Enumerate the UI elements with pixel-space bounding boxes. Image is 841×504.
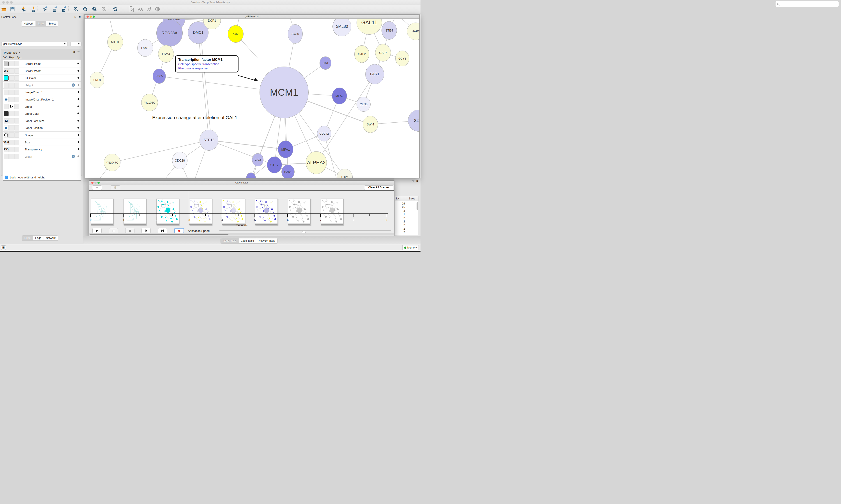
- network-node-ste2[interactable]: STE2: [267, 157, 282, 173]
- property-row-label-font-size[interactable]: 12Label Font Size: [3, 118, 80, 125]
- tab-style[interactable]: Style: [36, 21, 46, 26]
- color-swatch[interactable]: [4, 61, 8, 66]
- show-graphics-icon[interactable]: [155, 6, 160, 12]
- default-cell[interactable]: [4, 104, 8, 109]
- mapping-cell[interactable]: [9, 154, 14, 159]
- table-cell[interactable]: 25: [396, 205, 405, 209]
- first-neighbors-icon[interactable]: [138, 6, 143, 12]
- mapping-cell[interactable]: [9, 140, 14, 145]
- tab-network-table[interactable]: Network Table: [256, 238, 277, 243]
- delete-frame-button[interactable]: 🗑: [111, 185, 120, 190]
- expand-row-icon[interactable]: [77, 70, 79, 72]
- frames-timeline[interactable]: 0123456789 Seconds: [89, 191, 394, 228]
- bypass-cell[interactable]: [15, 61, 19, 66]
- mapping-cell[interactable]: [9, 83, 14, 88]
- property-row-label-position[interactable]: Label Position: [3, 124, 80, 131]
- network-canvas[interactable]: RPS28BRPS28ADMC1DCP1PCK1MTH1LSM2LSM4SNF3…: [85, 19, 419, 178]
- bypass-cell[interactable]: [15, 111, 19, 116]
- zoom-in-icon[interactable]: [73, 6, 79, 12]
- import-table-icon[interactable]: [31, 6, 36, 12]
- network-node-lsm2[interactable]: LSM2: [137, 39, 153, 57]
- expand-row-icon[interactable]: [77, 62, 79, 65]
- lock-size-checkbox[interactable]: ✓: [5, 176, 8, 179]
- network-node-swi5[interactable]: SWI5: [288, 24, 303, 43]
- expand-row-icon[interactable]: [77, 91, 79, 93]
- float-panel-icon[interactable]: □: [74, 16, 77, 18]
- frame-thumbnail-4[interactable]: [222, 199, 245, 225]
- tab-node[interactable]: Node: [22, 236, 33, 240]
- property-row-border-paint[interactable]: Border Paint: [3, 60, 80, 68]
- frame-thumbnail-0[interactable]: [91, 199, 113, 225]
- properties-header[interactable]: Properties ⇊ ⇈: [1, 49, 82, 56]
- column-divider[interactable]: [406, 196, 406, 201]
- play-button[interactable]: [92, 228, 102, 233]
- mapping-cell[interactable]: [9, 75, 14, 80]
- mapping-cell[interactable]: [9, 97, 14, 102]
- table-cell[interactable]: 2: [396, 223, 405, 227]
- network-window-titlebar[interactable]: galFiltered.sif: [85, 15, 419, 19]
- info-icon[interactable]: i: [72, 84, 75, 87]
- close-panel-icon[interactable]: ✖: [78, 16, 81, 18]
- bypass-cell[interactable]: [15, 97, 19, 102]
- expand-row-icon[interactable]: [77, 77, 79, 79]
- import-network-icon[interactable]: [21, 6, 26, 12]
- table-cell[interactable]: 2: [396, 220, 405, 223]
- previous-frame-button[interactable]: [142, 228, 151, 233]
- zoom-out-icon[interactable]: [83, 6, 88, 12]
- network-node-mth1[interactable]: MTH1: [107, 33, 123, 51]
- mapping-icon[interactable]: [9, 104, 14, 109]
- bypass-cell[interactable]: [15, 147, 19, 152]
- network-node-snf3[interactable]: SNF3: [90, 72, 104, 88]
- bypass-cell[interactable]: [15, 75, 19, 80]
- network-node-lsm4[interactable]: LSM4: [158, 45, 174, 62]
- close-panel-icon[interactable]: ✖: [416, 180, 419, 183]
- ellipse-icon[interactable]: [4, 132, 8, 138]
- expand-row-icon[interactable]: [77, 141, 79, 143]
- hide-graphics-icon[interactable]: [146, 6, 152, 12]
- network-node-pdc5[interactable]: PDC5: [153, 69, 166, 84]
- table-cell[interactable]: 2: [396, 209, 405, 212]
- table-cell[interactable]: 2: [396, 217, 405, 220]
- column-header[interactable]: ity: [396, 197, 399, 200]
- property-row-image-chart-position-1[interactable]: Image/Chart Position 1: [3, 96, 80, 103]
- frame-thumbnail-6[interactable]: [288, 199, 310, 225]
- network-node-cdc28[interactable]: CDC28: [172, 152, 187, 169]
- mapping-cell[interactable]: [9, 90, 14, 95]
- animation-speed-slider[interactable]: [219, 230, 391, 231]
- expand-all-icon[interactable]: ⇊: [73, 51, 75, 54]
- network-node-alpha2[interactable]: ALPHA2: [306, 151, 327, 174]
- network-node-cln3[interactable]: CLN3: [357, 97, 371, 112]
- zoom-fit-icon[interactable]: [92, 6, 97, 12]
- network-node-mfa2[interactable]: MFA2: [332, 88, 347, 104]
- expand-row-icon[interactable]: [77, 127, 79, 129]
- position-icon[interactable]: [4, 125, 8, 130]
- property-row-size[interactable]: 50.0Size: [3, 139, 80, 146]
- network-node-far1[interactable]: FAR1: [365, 64, 384, 84]
- property-row-label-color[interactable]: Label Color: [3, 110, 80, 118]
- bypass-cell[interactable]: [15, 90, 19, 95]
- network-node-cdc42[interactable]: CDC42: [317, 126, 331, 141]
- task-history-icon[interactable]: ☰: [1, 246, 6, 250]
- network-node-bar1[interactable]: BAR1: [282, 165, 294, 178]
- property-row-shape[interactable]: Shape: [3, 131, 80, 139]
- collapse-all-icon[interactable]: ⇈: [77, 51, 80, 54]
- network-node-mcm1[interactable]: MCM1: [260, 67, 309, 118]
- bypass-cell[interactable]: [15, 140, 19, 145]
- network-node-ste4[interactable]: STE4: [381, 21, 397, 40]
- network-node-gcy1[interactable]: GCY1: [395, 51, 409, 66]
- export-table-icon[interactable]: [52, 6, 57, 12]
- export-network-icon[interactable]: [42, 6, 48, 12]
- frame-thumbnail-5[interactable]: [255, 199, 278, 225]
- expand-row-icon[interactable]: [77, 155, 79, 158]
- bypass-cell[interactable]: [15, 104, 19, 109]
- default-cell[interactable]: [4, 83, 8, 88]
- network-node-mfa1[interactable]: MFA1: [278, 141, 293, 158]
- tab-node-table[interactable]: Node Table: [221, 238, 239, 243]
- style-options-button[interactable]: [71, 41, 82, 47]
- stop-button[interactable]: [125, 228, 135, 233]
- network-node-rps28a[interactable]: RPS28A: [156, 19, 183, 47]
- mapping-cell[interactable]: [9, 132, 14, 138]
- save-session-icon[interactable]: [10, 6, 15, 12]
- network-file-icon[interactable]: [129, 6, 135, 12]
- mapping-cell[interactable]: [9, 125, 14, 130]
